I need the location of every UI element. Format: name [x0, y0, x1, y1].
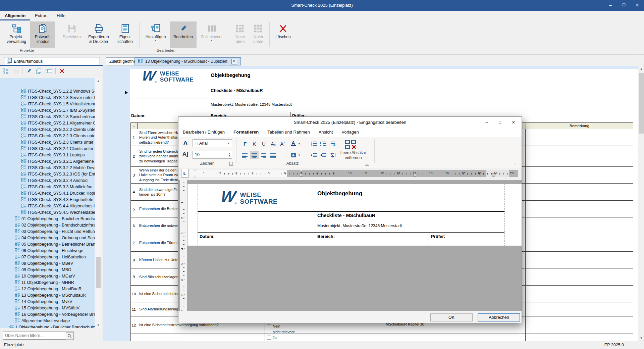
scroll-up-icon[interactable]: ▲: [638, 66, 644, 72]
align-left-button[interactable]: [241, 151, 249, 159]
tree-item[interactable]: 09 Objektbegehung - MBO: [15, 266, 71, 273]
indent-marker-icon[interactable]: [194, 169, 197, 171]
dialog-tab-bearbeiten-einf-gen[interactable]: Bearbeiten / Einfügen: [178, 128, 229, 136]
column-marker-icon[interactable]: [492, 173, 495, 177]
tree-item[interactable]: 08 Objektbegehung - MBeV: [15, 260, 73, 266]
answer-option[interactable]: nicht relevant: [267, 330, 294, 334]
answer-option[interactable]: Ja: [267, 336, 277, 340]
tree-view-icon[interactable]: [2, 67, 9, 75]
numbered-list-button[interactable]: 123: [310, 140, 318, 148]
bemerkung-cell[interactable]: [526, 316, 633, 334]
highlight-color-button[interactable]: A: [289, 151, 298, 159]
increase-indent-button[interactable]: [310, 151, 318, 159]
zeichen-dialog-launcher-icon[interactable]: [229, 162, 233, 166]
bemerkung-cell[interactable]: [526, 129, 633, 146]
eigenschaften-button[interactable]: Eigen-schaften: [113, 21, 137, 48]
tab-entwurfsmodus[interactable]: Entwurfsmodus: [4, 57, 100, 65]
dialog-tab-ansicht[interactable]: Ansicht: [314, 128, 337, 136]
document-scroll-thumb[interactable]: [639, 73, 644, 134]
spinner-down-icon[interactable]: ▼: [228, 155, 231, 157]
vertical-ruler[interactable]: 12345678: [180, 180, 187, 311]
column-marker-icon[interactable]: [300, 173, 303, 177]
chevron-down-icon[interactable]: ▾: [211, 39, 212, 42]
tree-item[interactable]: ITGS-Check_SYS.2.4 Clients unter ...: [21, 145, 95, 152]
restore-icon[interactable]: ❐: [617, 0, 631, 10]
preview-page[interactable]: W ® WEISE SOFTWARE Objektbegehung Checkl…: [187, 184, 522, 246]
bearbeiten-button[interactable]: Bearbeiten: [170, 21, 197, 48]
document-scrollbar[interactable]: ▲ ▼: [638, 66, 644, 341]
chevron-down-icon[interactable]: ▾: [155, 39, 156, 42]
hinzufuegen-button[interactable]: Hinzufügen▾: [142, 21, 170, 48]
tree-item[interactable]: ITGS-Check_SYS.1.5 Virtualisierung: [21, 101, 95, 107]
tree-item[interactable]: 15 Objektbegehung - MVStättV: [15, 305, 79, 311]
scroll-down-icon[interactable]: ▼: [638, 335, 644, 341]
dialog-tab-tabellen-und-rahmen[interactable]: Tabellen und Rahmen: [263, 128, 314, 136]
duplicate-icon[interactable]: [35, 67, 43, 75]
dialog-minimize-icon[interactable]: –: [481, 118, 492, 127]
close-icon[interactable]: ✕: [631, 0, 644, 10]
bemerkung-cell[interactable]: [526, 302, 633, 316]
dialog-tab-vorlagen[interactable]: Vorlagen: [337, 128, 363, 136]
dialog-close-icon[interactable]: ✕: [508, 118, 519, 127]
bemerkung-cell[interactable]: [526, 167, 633, 183]
checkbox[interactable]: [267, 336, 271, 340]
indent-marker-icon[interactable]: [300, 169, 303, 171]
scroll-down-icon[interactable]: ▼: [95, 322, 101, 328]
dialog-maximize-icon[interactable]: □: [495, 118, 505, 127]
tab-stop-selector[interactable]: L: [181, 169, 189, 178]
align-center-button[interactable]: [250, 151, 259, 159]
menu-item-extras[interactable]: Extras: [30, 11, 52, 19]
subscript-button[interactable]: Ax: [269, 140, 277, 148]
tree-item[interactable]: ITGS-Check_SYS.1.2.2 Windows Ser...: [21, 88, 95, 94]
sidebar-scroll-thumb[interactable]: [96, 257, 101, 288]
tree-item[interactable]: 13 Objektbegehung - MSchulbauR: [15, 292, 86, 298]
font-size-spinner[interactable]: 10 ▲▼: [193, 151, 232, 159]
scroll-up-icon[interactable]: ▲: [95, 78, 101, 84]
tree-item[interactable]: ITGS-Check_SYS.1.8 Speicherlösungen: [21, 113, 95, 120]
align-right-button[interactable]: [260, 151, 268, 159]
tree-item[interactable]: 12 Objektbegehung - MIndBauR: [15, 286, 82, 292]
dialog-tab-formatieren[interactable]: Formatieren: [229, 128, 263, 136]
tree-item[interactable]: ITGS-Check_SYS.4.5 Wechseldatentr...: [21, 209, 95, 215]
bemerkung-cell[interactable]: [526, 201, 633, 217]
tree-item[interactable]: ITGS-Check_SYS.4.3 Eingebettete Sy...: [21, 196, 95, 203]
ok-button[interactable]: OK: [430, 313, 473, 321]
minimize-icon[interactable]: –: [604, 0, 617, 10]
rename-icon[interactable]: [45, 67, 53, 75]
align-justify-button[interactable]: [269, 151, 277, 159]
font-color-button[interactable]: A: [289, 140, 298, 148]
dialog-collapse-chevron-up-icon[interactable]: ⌃: [514, 163, 517, 167]
tree-item[interactable]: ITGS-Check_SYS.3.2.2 Mobile Device...: [21, 164, 95, 171]
bemerkung-cell[interactable]: [526, 252, 633, 268]
remove-empty-paragraphs-label[interactable]: Leere Absätze entfernen: [335, 150, 372, 160]
menu-item-hilfe[interactable]: Hilfe: [52, 11, 70, 19]
bemerkung-cell[interactable]: [526, 234, 633, 251]
tree-item[interactable]: ITGS-Check_SYS.3.1 Laptops: [21, 152, 85, 158]
tree-item[interactable]: ITGS-Check_SYS.3.2.1 Allgemeine S...: [21, 158, 95, 164]
tree-item[interactable]: 03 Objektbegehung - Flucht und Rettung..…: [15, 228, 95, 235]
remove-empty-paragraphs-button[interactable]: [345, 140, 360, 151]
indent-marker-icon[interactable]: [194, 176, 197, 178]
magnifier-icon[interactable]: [66, 332, 73, 340]
tree-item[interactable]: 02 Objektbegehung - Brandschutzinfrastr.…: [15, 222, 95, 228]
checkbox[interactable]: [267, 324, 271, 328]
filter-input[interactable]: [3, 332, 74, 340]
tree-item[interactable]: ITGS-Check_SYS.4.4 Allgemeines IoT...: [21, 203, 95, 209]
italic-button[interactable]: K: [250, 140, 259, 148]
tree-item[interactable]: Allgemeine Mustervorlage: [15, 317, 70, 324]
answer-option[interactable]: Nein: [267, 324, 280, 328]
checkbox[interactable]: [267, 330, 271, 334]
menu-item-allgemein[interactable]: Allgemein: [0, 11, 30, 20]
horizontal-ruler[interactable]: 1234567891011121314151617181920: [190, 170, 518, 177]
bemerkung-cell[interactable]: [526, 217, 633, 234]
sidebar-scrollbar[interactable]: ▲ ▼: [95, 78, 101, 328]
tree-item[interactable]: ITGS-Check_SYS.2.2.3 Clients unter ...: [21, 133, 95, 139]
delete-icon[interactable]: [58, 67, 66, 75]
tab-close-icon[interactable]: ✕: [231, 59, 237, 64]
bemerkung-cell[interactable]: [526, 268, 633, 285]
tree-item[interactable]: 06 Objektbegehung - Fluchtwege: [15, 247, 83, 254]
chevron-down-icon[interactable]: ▼: [298, 154, 301, 157]
tree-item[interactable]: ITGS-Check_SYS.3.2.3 iOS (for Enter...: [21, 171, 95, 177]
tree-item[interactable]: 10 Objektbegehung - MGarV: [15, 273, 75, 279]
edit-pencil-icon[interactable]: [25, 67, 33, 75]
